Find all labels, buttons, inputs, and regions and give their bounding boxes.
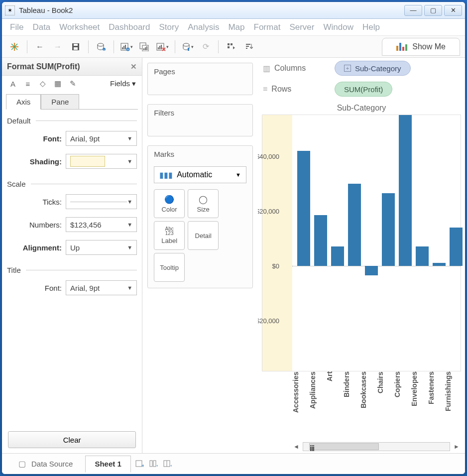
- svg-rect-34: [246, 48, 247, 49]
- bar-chart-icon: ▮▮▮: [159, 170, 173, 180]
- alignment-icon[interactable]: ≡: [23, 79, 33, 89]
- mark-tooltip-button[interactable]: Tooltip: [154, 253, 185, 282]
- lines-icon[interactable]: ✎: [68, 79, 78, 89]
- data-source-tab[interactable]: ▢ Data Source: [7, 456, 82, 473]
- window-title: Tableau - Book2: [19, 6, 404, 14]
- bar[interactable]: [399, 115, 412, 266]
- toolbar: ← → + +▾ ▾ ▾ ⟳ Show Me: [2, 36, 465, 58]
- marks-card: Marks ▮▮▮ Automatic▼ 🔵Color ◯Size Abc123…: [147, 145, 253, 288]
- ticks-dropdown[interactable]: ▼: [66, 194, 137, 209]
- scroll-right-icon[interactable]: ►: [452, 443, 461, 450]
- tab-pane[interactable]: Pane: [41, 94, 79, 110]
- bar[interactable]: [331, 246, 344, 266]
- maximize-button[interactable]: ▢: [424, 5, 442, 16]
- duplicate-sheet-icon[interactable]: [137, 39, 152, 54]
- back-icon[interactable]: ←: [32, 39, 47, 54]
- menu-file[interactable]: File: [10, 22, 23, 32]
- y-tick: $40,000: [258, 152, 279, 160]
- bar[interactable]: [450, 228, 463, 266]
- plot-area[interactable]: -$20,000$0$20,000$40,000: [262, 115, 461, 371]
- bar[interactable]: [314, 215, 327, 266]
- numbers-dropdown[interactable]: $123,456▼: [66, 217, 137, 232]
- menu-server[interactable]: Server: [289, 22, 314, 32]
- rows-pill[interactable]: SUM(Profit): [335, 82, 392, 97]
- sort-icon[interactable]: [241, 39, 256, 54]
- menu-story[interactable]: Story: [159, 22, 179, 32]
- x-tick: Envelopes: [410, 371, 427, 441]
- fields-dropdown[interactable]: Fields ▾: [110, 79, 136, 88]
- x-tick: Furnishings: [444, 371, 461, 441]
- scroll-thumb[interactable]: ⅲ: [309, 443, 379, 450]
- svg-text:+: +: [141, 463, 144, 469]
- menu-dashboard[interactable]: Dashboard: [109, 22, 150, 32]
- tab-axis[interactable]: Axis: [6, 94, 41, 110]
- bar[interactable]: [382, 193, 395, 266]
- label-alignment: Alignment:: [7, 243, 62, 252]
- menu-worksheet[interactable]: Worksheet: [59, 22, 100, 32]
- shelves-column: Pages Filters Marks ▮▮▮ Automatic▼ 🔵Colo…: [142, 58, 258, 453]
- section-scale: Scale: [7, 180, 26, 188]
- swap-icon[interactable]: [224, 39, 238, 54]
- svg-rect-12: [123, 46, 124, 49]
- bar[interactable]: [365, 266, 378, 275]
- sheet1-tab[interactable]: Sheet 1: [85, 456, 130, 473]
- pages-label: Pages: [148, 63, 252, 80]
- svg-rect-5: [74, 47, 78, 50]
- bar[interactable]: [433, 263, 446, 266]
- chart: Sub-Category -$20,000$0$20,000$40,000 Ac…: [258, 100, 465, 453]
- svg-rect-11: [122, 47, 123, 49]
- menu-format[interactable]: Format: [254, 22, 281, 32]
- menu-map[interactable]: Map: [228, 22, 244, 32]
- y-axis: -$20,000$0$20,000$40,000: [262, 115, 281, 334]
- show-me-button[interactable]: Show Me: [382, 38, 460, 56]
- columns-pill[interactable]: +Sub-Category: [335, 61, 411, 76]
- x-tick: Bookcases: [359, 371, 376, 441]
- font-icon[interactable]: A: [8, 79, 18, 89]
- save-icon[interactable]: [68, 39, 83, 54]
- new-story-tab-icon[interactable]: +: [162, 459, 173, 470]
- menu-analysis[interactable]: Analysis: [188, 22, 219, 32]
- x-tick: Fasteners: [427, 371, 444, 441]
- menu-help[interactable]: Help: [362, 22, 380, 32]
- menu-window[interactable]: Window: [323, 22, 353, 32]
- new-datasource-icon[interactable]: +: [94, 39, 109, 54]
- close-button[interactable]: ✕: [444, 5, 462, 16]
- x-tick: Binders: [343, 371, 359, 441]
- mark-label-button[interactable]: Abc123Label: [154, 221, 185, 250]
- clear-sheet-icon[interactable]: ▾: [155, 39, 170, 54]
- new-worksheet-icon[interactable]: +▾: [119, 39, 134, 54]
- bar[interactable]: [416, 246, 429, 266]
- close-format-icon[interactable]: ✕: [130, 62, 137, 71]
- marks-type-dropdown[interactable]: ▮▮▮ Automatic▼: [154, 166, 246, 183]
- borders-icon[interactable]: ▦: [53, 79, 63, 89]
- filters-shelf[interactable]: Filters: [147, 104, 253, 136]
- refresh-icon[interactable]: ⟳: [198, 39, 213, 54]
- filters-label: Filters: [148, 105, 252, 121]
- sheet-tabs: ▢ Data Source Sheet 1 + + +: [2, 453, 465, 474]
- new-worksheet-tab-icon[interactable]: +: [134, 459, 145, 470]
- font-dropdown[interactable]: Arial, 9pt▼: [66, 131, 137, 146]
- svg-text:+: +: [127, 48, 129, 51]
- auto-updates-icon[interactable]: ▾: [180, 39, 195, 54]
- horizontal-scrollbar[interactable]: ◄ ⅲ ►: [292, 441, 461, 452]
- new-dashboard-tab-icon[interactable]: +: [148, 459, 159, 470]
- pages-shelf[interactable]: Pages: [147, 63, 253, 95]
- svg-rect-6: [74, 44, 78, 46]
- tableau-logo-icon[interactable]: [7, 39, 22, 54]
- mark-detail-button[interactable]: Detail: [188, 221, 219, 250]
- alignment-dropdown[interactable]: Up▼: [66, 240, 137, 255]
- shading-dropdown[interactable]: ▼: [66, 154, 137, 169]
- bar[interactable]: [297, 151, 310, 266]
- minimize-button[interactable]: —: [404, 5, 422, 16]
- mark-size-button[interactable]: ◯Size: [188, 189, 219, 218]
- x-axis: AccessoriesAppliancesArtBindersBookcases…: [292, 371, 461, 441]
- shading-icon[interactable]: ◇: [38, 79, 48, 89]
- menu-data[interactable]: Data: [32, 22, 50, 32]
- forward-icon[interactable]: →: [50, 39, 65, 54]
- scroll-left-icon[interactable]: ◄: [292, 443, 301, 450]
- label-icon: Abc123: [165, 227, 174, 236]
- mark-color-button[interactable]: 🔵Color: [154, 189, 185, 218]
- title-font-dropdown[interactable]: Arial, 9pt▼: [66, 280, 137, 295]
- bar[interactable]: [348, 184, 361, 266]
- clear-button[interactable]: Clear: [8, 431, 136, 448]
